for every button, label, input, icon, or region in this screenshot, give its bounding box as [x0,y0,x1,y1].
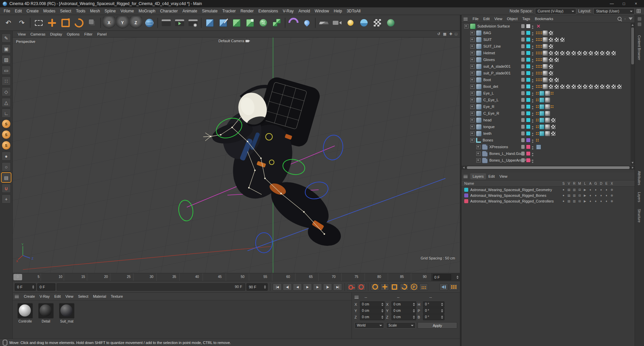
tag-icon[interactable] [611,51,616,56]
object-name[interactable]: Bones [483,138,493,142]
tag-icon[interactable] [551,104,553,109]
timeline-track[interactable]: 051015202530354045505560657075808590 [13,273,432,281]
tag-icon[interactable] [539,111,544,116]
object-row[interactable]: tongue [462,123,631,130]
up-arrow-icon[interactable]: ↑ [624,17,626,21]
spinner-icon[interactable] [441,315,443,319]
visibility-dots[interactable] [532,39,533,40]
lock-z-axis[interactable]: Z [129,16,142,29]
viewport-menu-item[interactable]: Filter [82,32,95,37]
object-row[interactable]: SUIT [462,36,631,43]
view-grid-icon[interactable]: ▦ [443,32,446,36]
display-color-swatch[interactable] [526,138,531,142]
tag-icon[interactable] [539,77,542,82]
tag-icon[interactable] [551,118,556,123]
tag-icon[interactable] [566,84,571,89]
simulation-sphere-3[interactable]: S [2,141,11,150]
layer-chip[interactable] [521,152,525,156]
menu-item[interactable]: Tools [73,8,88,14]
tag-icon[interactable] [594,51,599,56]
snap-magnet[interactable]: ∪ [2,184,11,193]
physical-sky[interactable] [384,16,397,29]
layer-flag-icon[interactable]: ▤ [566,199,572,203]
expand-icon[interactable] [470,38,475,42]
layer-row[interactable]: Astronaut_Wearing_Spacesuit_Rigged_Bones… [462,192,635,198]
layer-chip[interactable] [521,118,525,122]
autokey-button[interactable] [357,283,366,291]
menu-item[interactable]: Simulate [200,8,220,14]
visibility-dots[interactable] [532,93,533,94]
expand-icon[interactable] [470,64,475,69]
tag-icon[interactable] [536,138,539,143]
layer-chip[interactable] [521,24,525,28]
menu-item[interactable]: Create [24,8,41,14]
layer-flag-icon[interactable]: ▥ [572,199,577,203]
display-color-swatch[interactable] [526,64,531,69]
tag-icon[interactable] [548,57,553,62]
menu-item[interactable]: Modes [41,8,58,14]
preview-range-slider[interactable]: 90 F [57,283,245,291]
spinner-icon[interactable] [441,309,443,312]
layer-flag-icon[interactable]: ♦ [593,188,598,191]
tag-icon[interactable] [545,91,550,96]
end-frame-input[interactable] [248,285,263,289]
add-cube-primitive[interactable] [203,16,216,29]
view-move-icon[interactable]: ✚ [449,32,452,36]
viewport-menu-item[interactable]: View [15,32,28,37]
size-field[interactable] [391,314,416,320]
layer-flag-icon[interactable]: ♦ [593,199,598,203]
layer-flag-icon[interactable]: ♦ [593,194,598,197]
layer-name[interactable]: Astronaut_Wearing_Spacesuit_Rigged_Contr… [470,199,561,203]
visibility-dots[interactable] [532,119,533,121]
visibility-dots[interactable] [532,52,533,54]
layer-chip[interactable] [521,98,525,102]
layout-dropdown[interactable]: Startup (User) [593,8,635,14]
menu-item[interactable]: Select [58,8,73,14]
rotation-header[interactable]: -- [425,295,457,299]
sky-object[interactable] [358,16,370,29]
render-picture-viewer[interactable] [173,16,186,29]
object-row[interactable]: Boot [462,76,631,83]
object-name[interactable]: Gloves [483,58,495,62]
visibility-dots[interactable] [532,113,533,114]
tag-icon[interactable] [539,104,544,109]
object-name[interactable]: Bones_L_UpperArm.Pole [489,158,531,162]
last-used-tool[interactable] [86,16,99,29]
simulation-sphere-1[interactable]: S [2,119,11,128]
hamburger-icon[interactable] [15,295,19,298]
menu-item[interactable]: Edit [12,8,24,14]
layer-flag-icon[interactable]: ▶ [582,199,588,203]
layer-flag-icon[interactable]: ♦ [598,199,604,203]
object-row[interactable]: Helmet [462,50,631,56]
layer-name[interactable]: Astronaut_Wearing_Spacesuit_Rigged_Bones [470,193,561,197]
visibility-dots[interactable] [532,66,533,67]
tag-icon[interactable] [600,84,605,89]
tag-icon[interactable] [539,91,544,96]
material-preview[interactable] [17,303,33,319]
display-color-swatch[interactable] [526,98,531,102]
object-name[interactable]: C_Eye_L [483,98,498,102]
object-name[interactable]: suit_P_slade001 [483,71,511,75]
layer-flag-icon[interactable]: ● [561,188,566,191]
material-preview[interactable] [38,303,54,319]
display-color-swatch[interactable] [526,118,531,122]
loop-start-input[interactable] [39,285,54,289]
tag-icon[interactable] [560,84,565,89]
tag-icon[interactable] [543,77,548,82]
layer-flag-icon[interactable]: ● [561,199,566,203]
viewport-menu-item[interactable]: Panel [95,32,109,37]
vertical-scrollbar[interactable] [631,23,635,165]
material-menu-item[interactable]: Material [91,293,108,299]
visibility-dots[interactable] [532,99,533,101]
side-tab[interactable]: Content Browser [637,35,641,60]
object-row[interactable]: head [462,117,631,123]
prev-key-button[interactable]: ◀| [283,283,292,291]
edges-mode[interactable]: ◇ [2,87,11,96]
render-view[interactable] [160,16,172,29]
expand-icon[interactable] [470,131,475,136]
expand-icon[interactable] [476,158,481,163]
layer-flag-icon[interactable]: ⊗ [609,194,614,197]
tag-icon[interactable] [539,31,542,36]
viewport-menu-item[interactable]: Cameras [28,32,48,37]
rotation-field[interactable] [423,308,444,314]
